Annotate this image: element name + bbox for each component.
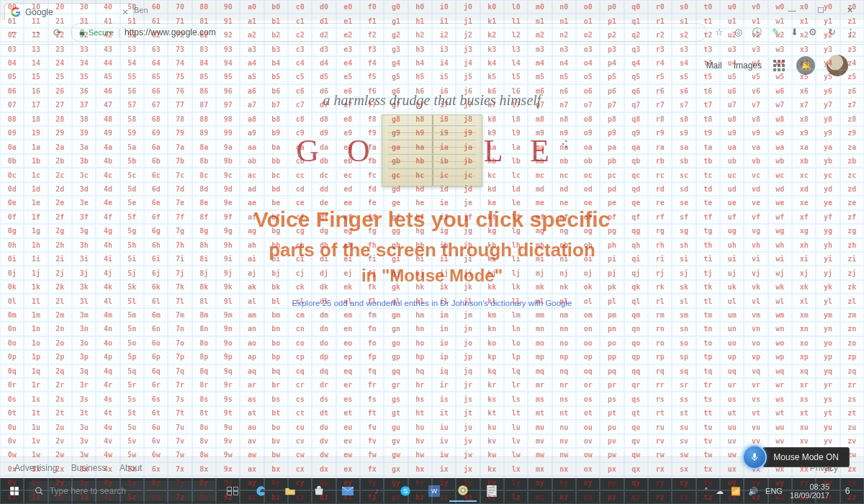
voice-finger-status-bar[interactable]: Mouse Mode ON — [742, 446, 850, 468]
forward-button[interactable]: → — [27, 24, 45, 41]
system-tray: ˄ ☁ 📶 🔊 ENG 08:35 18/09/2017 6 — [704, 482, 864, 500]
doodle-letters-left[interactable]: G O — [296, 132, 380, 169]
svg-rect-0 — [10, 487, 14, 490]
back-button[interactable]: ← — [6, 24, 23, 41]
taskbar-store-icon[interactable] — [305, 480, 333, 502]
window-minimize-button[interactable]: — — [778, 0, 806, 20]
svg-rect-9 — [233, 492, 238, 495]
taskbar-search[interactable] — [29, 481, 216, 501]
tray-chevron-up-icon[interactable]: ˄ — [704, 487, 708, 496]
taskbar-chrome-icon[interactable] — [449, 480, 477, 502]
tray-wifi-icon[interactable]: 📶 — [731, 487, 741, 496]
secure-badge: Secure — [78, 28, 114, 37]
star-icon[interactable]: ☆ — [711, 24, 727, 40]
taskbar-word-icon[interactable]: W — [420, 480, 448, 502]
account-avatar[interactable] — [827, 55, 848, 76]
taskbar-explorer-icon[interactable] — [276, 480, 304, 502]
tab-close-icon[interactable]: ✕ — [122, 7, 129, 17]
svg-rect-8 — [228, 492, 232, 495]
ext-icon-6[interactable]: ↻ — [824, 24, 840, 40]
svg-rect-1 — [15, 487, 19, 490]
url-input[interactable] — [125, 27, 699, 37]
tray-clock[interactable]: 08:35 18/09/2017 — [790, 482, 829, 500]
overlay-headline-1: Voice Finger lets you click specific — [173, 205, 691, 235]
images-link[interactable]: Images — [734, 60, 762, 71]
tray-time: 08:35 — [790, 482, 829, 491]
footer-about-link[interactable]: About — [120, 463, 142, 473]
notifications-icon[interactable]: 🔔 — [796, 56, 815, 75]
profile-name: Ben — [134, 6, 148, 14]
overlay-headline-2: parts of the screen through dictation — [173, 238, 691, 263]
apps-grid-icon[interactable] — [773, 60, 785, 71]
svg-rect-19 — [488, 487, 495, 488]
taskbar-pinned-apps: ♪ S W — [219, 480, 505, 502]
ext-icon-1[interactable]: ◎ — [730, 24, 746, 40]
google-doodle: a harmless drudge that busies himself G … — [0, 45, 864, 307]
search-icon — [35, 486, 44, 496]
svg-rect-20 — [488, 490, 495, 490]
svg-rect-3 — [15, 492, 19, 495]
tray-date: 18/09/2017 — [790, 491, 829, 500]
svg-point-4 — [36, 487, 41, 492]
svg-rect-7 — [233, 487, 238, 491]
ext-icon-2[interactable]: ⓘ — [749, 24, 765, 40]
overlay-headline-3: in "Mouse Mode" — [0, 266, 864, 286]
svg-rect-21 — [488, 492, 493, 492]
taskbar-skype-icon[interactable]: S — [392, 480, 419, 502]
svg-rect-6 — [228, 487, 232, 491]
window-close-button[interactable]: ✕ — [835, 0, 864, 20]
doodle-book-icon[interactable] — [382, 114, 482, 186]
start-button[interactable] — [0, 486, 29, 496]
google-footer: Advertising Business About Privacy — [0, 456, 864, 478]
svg-text:S: S — [403, 487, 408, 495]
action-center-icon[interactable]: 6 — [837, 484, 858, 498]
window-maximize-button[interactable]: ☐ — [806, 0, 835, 20]
svg-point-17 — [462, 489, 464, 492]
doodle-caption: a harmless drudge that busies himself — [0, 92, 864, 109]
svg-rect-2 — [10, 492, 14, 495]
doodle-letters-right[interactable]: L E — [484, 132, 559, 169]
taskbar-edge-icon[interactable] — [248, 480, 275, 502]
taskbar-music-icon[interactable]: ♪ — [363, 480, 390, 502]
browser-tab[interactable]: Google ✕ — [4, 3, 134, 20]
lock-icon — [78, 29, 86, 36]
ext-icon-5[interactable]: ⚙ — [805, 24, 821, 40]
menu-icon[interactable]: ⋮ — [842, 24, 858, 40]
google-top-links: Mail Images 🔔 — [706, 55, 848, 76]
ext-evernote-icon[interactable]: ✎ — [768, 24, 783, 40]
task-view-button[interactable] — [219, 480, 246, 502]
reload-button[interactable]: ⟳ — [49, 24, 66, 41]
extension-icons: ☆ ◎ ⓘ ✎ ⬇ ⚙ ↻ ⋮ — [711, 24, 858, 40]
mail-link[interactable]: Mail — [706, 60, 722, 71]
footer-business-link[interactable]: Business — [71, 463, 107, 473]
address-bar[interactable]: Secure | — [71, 23, 707, 42]
browser-toolbar: ← → ⟳ Secure | ☆ ◎ ⓘ ✎ ⬇ ⚙ ↻ ⋮ — [0, 20, 864, 45]
voice-finger-status-label: Mouse Mode ON — [762, 447, 850, 467]
svg-line-5 — [40, 492, 42, 495]
tab-title: Google — [25, 7, 53, 17]
taskbar-search-input[interactable] — [50, 486, 210, 496]
share-icon[interactable]: ⠪ — [561, 139, 568, 150]
tray-volume-icon[interactable]: 🔊 — [748, 487, 758, 496]
doodle-explore-link[interactable]: Explore 25 odd and wonderful entries in … — [0, 299, 864, 307]
tray-onedrive-icon[interactable]: ☁ — [716, 487, 724, 496]
taskbar-notes-icon[interactable] — [478, 480, 505, 502]
taskbar-mail-icon[interactable] — [334, 480, 361, 502]
svg-rect-18 — [487, 485, 496, 497]
browser-titlebar: Google ✕ Ben — ☐ ✕ — [0, 0, 864, 20]
google-favicon — [11, 7, 21, 17]
page-content: Mail Images 🔔 a harmless drudge that bus… — [0, 45, 864, 478]
svg-text:W: W — [431, 487, 438, 495]
window-controls: — ☐ ✕ — [778, 0, 864, 20]
windows-taskbar: ♪ S W ˄ ☁ 📶 🔊 ENG 08:35 18/09/2017 6 — [0, 478, 864, 504]
secure-label: Secure — [89, 28, 114, 37]
footer-advertising-link[interactable]: Advertising — [14, 463, 57, 473]
ext-icon-4[interactable]: ⬇ — [786, 24, 802, 40]
tray-language[interactable]: ENG — [765, 487, 783, 495]
